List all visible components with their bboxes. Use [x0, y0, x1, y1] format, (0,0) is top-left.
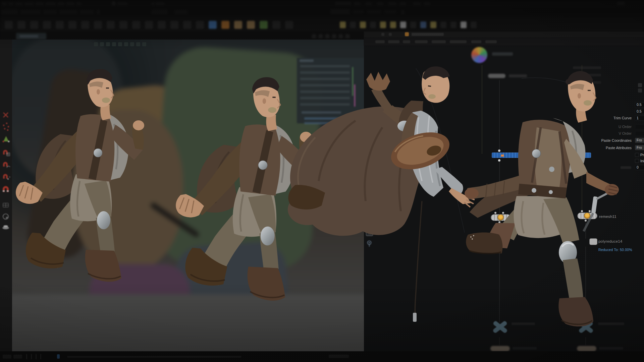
parameter-panel: 0.5 0.5 Trim Curve 1 U Order V Order Pas… — [567, 64, 644, 174]
decor-blur — [401, 10, 405, 14]
bottom-node-blur[interactable] — [577, 346, 596, 351]
decor-blur — [617, 2, 625, 5]
decor-blur — [302, 111, 341, 114]
decor-blur — [485, 40, 497, 43]
decor-blur — [350, 21, 356, 28]
param-row-blur — [576, 81, 601, 84]
decor-blur — [300, 97, 350, 99]
decor-blur — [360, 21, 366, 28]
selected-node-output-dot[interactable] — [498, 159, 500, 162]
decor-blur — [56, 21, 64, 29]
param-label-blur — [621, 166, 631, 169]
camera-icon — [366, 198, 373, 203]
u-order-label: U Order — [619, 125, 632, 129]
display-node-icon[interactable] — [471, 47, 487, 63]
upper-node-blur[interactable] — [488, 74, 505, 78]
decor-blur — [43, 9, 57, 14]
paste-coordinates-dropdown[interactable]: Fro — [635, 138, 644, 143]
param-row-blur — [580, 74, 601, 76]
init-checkbox[interactable] — [635, 159, 639, 163]
shelf-tab-row[interactable] — [0, 7, 644, 17]
network-menu-row[interactable] — [364, 38, 644, 46]
bottom-node-label-blur — [513, 347, 537, 350]
offset-field[interactable]: 0 — [635, 165, 644, 170]
curve-snap-icon — [3, 162, 10, 168]
v-order-label: V Order — [619, 131, 632, 135]
decor-blur — [59, 9, 78, 14]
param-v-field[interactable]: 0.5 — [635, 109, 644, 114]
node-input-dot[interactable] — [502, 212, 504, 214]
decor-blur — [424, 2, 430, 5]
node-input-dot[interactable] — [581, 210, 583, 212]
decor-blur — [106, 42, 110, 46]
decor-blur — [36, 2, 44, 5]
decor-blur — [76, 2, 81, 5]
decor-blur — [377, 2, 383, 5]
remesh11-label: remesh11 — [599, 215, 616, 219]
decor-blur — [325, 34, 329, 38]
decor-blur — [260, 21, 268, 29]
u-order-field[interactable] — [635, 124, 644, 129]
selected-node-input-dot[interactable] — [498, 149, 500, 152]
v-order-field[interactable] — [635, 131, 644, 136]
decor-blur — [40, 354, 41, 359]
decor-blur — [412, 33, 444, 36]
node-input-dot[interactable] — [589, 210, 591, 212]
polyreduce-node[interactable] — [590, 239, 597, 245]
panel-gear-icon[interactable] — [638, 83, 642, 87]
decor-blur — [415, 40, 428, 43]
decor-blur — [450, 40, 467, 43]
viewport-left-toolbar[interactable] — [0, 40, 12, 352]
decor-blur — [57, 354, 60, 359]
shelf-tools-row[interactable] — [0, 17, 644, 32]
decor-blur — [36, 354, 37, 359]
null-x-icon — [490, 317, 510, 337]
remesh-node-right[interactable] — [578, 213, 597, 219]
decor-blur — [300, 84, 350, 86]
floating-list-panel[interactable] — [297, 58, 373, 123]
grid-snap-icon — [3, 150, 10, 156]
param-u-field[interactable]: 0.5 — [635, 102, 644, 107]
decor-blur — [46, 2, 56, 5]
bottom-node-blur[interactable] — [490, 346, 510, 351]
disc-tool-icon — [2, 225, 9, 229]
decor-blur — [20, 9, 41, 14]
node-input-dot[interactable] — [494, 212, 496, 214]
decor-blur — [370, 21, 376, 28]
decor-blur — [312, 34, 316, 38]
decor-blur — [389, 33, 392, 36]
playbar[interactable] — [0, 351, 644, 362]
display-node-label-blur — [492, 52, 513, 56]
smiley-badge-icon — [584, 213, 590, 219]
polyreduce-info: Reduced To: 50.00% — [598, 248, 632, 252]
preserve-checkbox[interactable] — [635, 153, 639, 157]
menu-bar[interactable] — [0, 0, 644, 7]
node-output-dot[interactable] — [585, 220, 587, 222]
decor-blur — [390, 21, 396, 28]
decor-blur — [170, 21, 178, 29]
decor-blur — [67, 356, 241, 358]
network-path-bar[interactable] — [364, 32, 644, 38]
node-output-dot[interactable] — [498, 221, 500, 223]
decor-blur — [152, 2, 154, 5]
preserve-checkbox-label: Pr — [640, 153, 644, 157]
grid-dots-icon — [367, 220, 372, 225]
decor-blur — [381, 33, 384, 36]
app-window: rem remesh11 polyreduce14 Reduced To: 50… — [0, 0, 644, 362]
decor-blur — [118, 42, 122, 46]
panel-help-icon[interactable] — [638, 88, 642, 93]
decor-blur — [112, 1, 115, 5]
remesh-node-left[interactable] — [491, 215, 511, 221]
point-snap-icon — [3, 174, 10, 180]
decor-blur — [403, 40, 410, 43]
decor-blur — [285, 21, 293, 29]
trim-curve-field[interactable]: 1 — [635, 116, 644, 121]
paste-attributes-dropdown[interactable]: Fro — [635, 145, 644, 150]
decor-blur — [9, 2, 13, 5]
paste-attributes-label: Paste Attributes — [606, 146, 632, 150]
decor-blur — [410, 21, 416, 28]
decor-blur — [375, 40, 385, 43]
no-snap-icon — [3, 113, 8, 117]
decor-blur — [430, 21, 436, 28]
decor-blur — [15, 2, 23, 5]
